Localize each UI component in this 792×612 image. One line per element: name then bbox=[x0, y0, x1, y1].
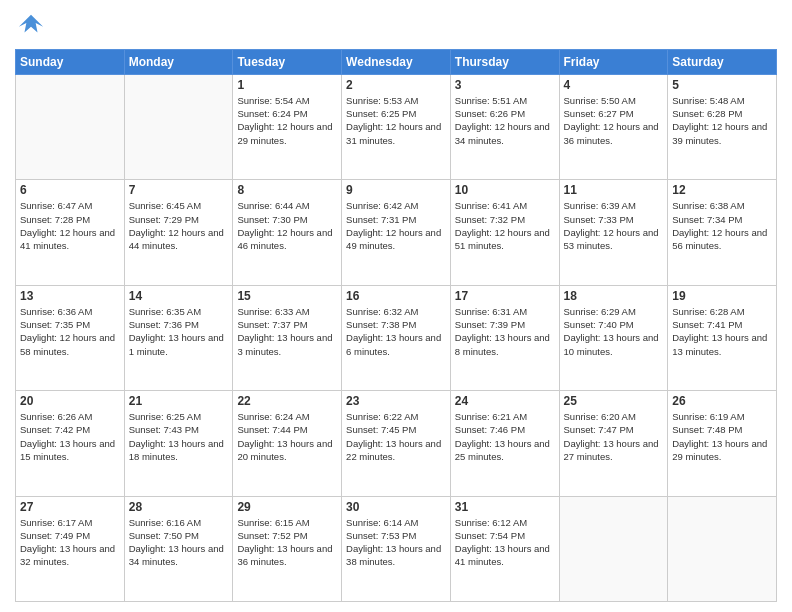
day-detail: Sunrise: 6:25 AM Sunset: 7:43 PM Dayligh… bbox=[129, 410, 229, 463]
calendar-cell: 5Sunrise: 5:48 AM Sunset: 6:28 PM Daylig… bbox=[668, 74, 777, 179]
svg-marker-0 bbox=[19, 15, 43, 33]
calendar-week-5: 27Sunrise: 6:17 AM Sunset: 7:49 PM Dayli… bbox=[16, 496, 777, 601]
calendar-cell: 12Sunrise: 6:38 AM Sunset: 7:34 PM Dayli… bbox=[668, 180, 777, 285]
day-number: 24 bbox=[455, 394, 555, 408]
day-detail: Sunrise: 6:14 AM Sunset: 7:53 PM Dayligh… bbox=[346, 516, 446, 569]
day-detail: Sunrise: 6:28 AM Sunset: 7:41 PM Dayligh… bbox=[672, 305, 772, 358]
day-detail: Sunrise: 6:41 AM Sunset: 7:32 PM Dayligh… bbox=[455, 199, 555, 252]
calendar-cell: 11Sunrise: 6:39 AM Sunset: 7:33 PM Dayli… bbox=[559, 180, 668, 285]
calendar-cell: 14Sunrise: 6:35 AM Sunset: 7:36 PM Dayli… bbox=[124, 285, 233, 390]
calendar-cell: 7Sunrise: 6:45 AM Sunset: 7:29 PM Daylig… bbox=[124, 180, 233, 285]
calendar-cell: 1Sunrise: 5:54 AM Sunset: 6:24 PM Daylig… bbox=[233, 74, 342, 179]
day-number: 11 bbox=[564, 183, 664, 197]
calendar-header-row: SundayMondayTuesdayWednesdayThursdayFrid… bbox=[16, 49, 777, 74]
day-number: 18 bbox=[564, 289, 664, 303]
day-detail: Sunrise: 6:29 AM Sunset: 7:40 PM Dayligh… bbox=[564, 305, 664, 358]
day-number: 13 bbox=[20, 289, 120, 303]
logo-text bbox=[15, 10, 45, 43]
day-number: 17 bbox=[455, 289, 555, 303]
calendar-cell: 3Sunrise: 5:51 AM Sunset: 6:26 PM Daylig… bbox=[450, 74, 559, 179]
day-detail: Sunrise: 6:47 AM Sunset: 7:28 PM Dayligh… bbox=[20, 199, 120, 252]
calendar-header-saturday: Saturday bbox=[668, 49, 777, 74]
calendar-cell: 21Sunrise: 6:25 AM Sunset: 7:43 PM Dayli… bbox=[124, 391, 233, 496]
calendar-cell: 22Sunrise: 6:24 AM Sunset: 7:44 PM Dayli… bbox=[233, 391, 342, 496]
calendar-cell bbox=[16, 74, 125, 179]
day-number: 20 bbox=[20, 394, 120, 408]
day-detail: Sunrise: 5:48 AM Sunset: 6:28 PM Dayligh… bbox=[672, 94, 772, 147]
calendar-cell: 28Sunrise: 6:16 AM Sunset: 7:50 PM Dayli… bbox=[124, 496, 233, 601]
calendar-cell: 25Sunrise: 6:20 AM Sunset: 7:47 PM Dayli… bbox=[559, 391, 668, 496]
day-detail: Sunrise: 6:38 AM Sunset: 7:34 PM Dayligh… bbox=[672, 199, 772, 252]
day-number: 25 bbox=[564, 394, 664, 408]
day-number: 5 bbox=[672, 78, 772, 92]
calendar-header-sunday: Sunday bbox=[16, 49, 125, 74]
day-detail: Sunrise: 6:22 AM Sunset: 7:45 PM Dayligh… bbox=[346, 410, 446, 463]
day-number: 16 bbox=[346, 289, 446, 303]
day-number: 10 bbox=[455, 183, 555, 197]
day-detail: Sunrise: 6:21 AM Sunset: 7:46 PM Dayligh… bbox=[455, 410, 555, 463]
day-number: 30 bbox=[346, 500, 446, 514]
day-detail: Sunrise: 6:45 AM Sunset: 7:29 PM Dayligh… bbox=[129, 199, 229, 252]
day-detail: Sunrise: 6:31 AM Sunset: 7:39 PM Dayligh… bbox=[455, 305, 555, 358]
calendar-cell: 18Sunrise: 6:29 AM Sunset: 7:40 PM Dayli… bbox=[559, 285, 668, 390]
calendar-week-3: 13Sunrise: 6:36 AM Sunset: 7:35 PM Dayli… bbox=[16, 285, 777, 390]
header bbox=[15, 10, 777, 43]
calendar-cell: 31Sunrise: 6:12 AM Sunset: 7:54 PM Dayli… bbox=[450, 496, 559, 601]
day-number: 29 bbox=[237, 500, 337, 514]
page: SundayMondayTuesdayWednesdayThursdayFrid… bbox=[0, 0, 792, 612]
calendar-cell: 23Sunrise: 6:22 AM Sunset: 7:45 PM Dayli… bbox=[342, 391, 451, 496]
day-number: 7 bbox=[129, 183, 229, 197]
calendar-cell: 27Sunrise: 6:17 AM Sunset: 7:49 PM Dayli… bbox=[16, 496, 125, 601]
day-number: 14 bbox=[129, 289, 229, 303]
day-detail: Sunrise: 6:32 AM Sunset: 7:38 PM Dayligh… bbox=[346, 305, 446, 358]
day-detail: Sunrise: 6:36 AM Sunset: 7:35 PM Dayligh… bbox=[20, 305, 120, 358]
calendar-cell: 10Sunrise: 6:41 AM Sunset: 7:32 PM Dayli… bbox=[450, 180, 559, 285]
calendar-cell: 29Sunrise: 6:15 AM Sunset: 7:52 PM Dayli… bbox=[233, 496, 342, 601]
calendar-header-monday: Monday bbox=[124, 49, 233, 74]
day-number: 31 bbox=[455, 500, 555, 514]
day-detail: Sunrise: 6:16 AM Sunset: 7:50 PM Dayligh… bbox=[129, 516, 229, 569]
day-detail: Sunrise: 6:12 AM Sunset: 7:54 PM Dayligh… bbox=[455, 516, 555, 569]
day-detail: Sunrise: 6:19 AM Sunset: 7:48 PM Dayligh… bbox=[672, 410, 772, 463]
day-number: 3 bbox=[455, 78, 555, 92]
calendar-cell: 13Sunrise: 6:36 AM Sunset: 7:35 PM Dayli… bbox=[16, 285, 125, 390]
day-number: 2 bbox=[346, 78, 446, 92]
calendar-cell bbox=[124, 74, 233, 179]
calendar-cell bbox=[668, 496, 777, 601]
day-number: 9 bbox=[346, 183, 446, 197]
calendar-table: SundayMondayTuesdayWednesdayThursdayFrid… bbox=[15, 49, 777, 602]
calendar-week-1: 1Sunrise: 5:54 AM Sunset: 6:24 PM Daylig… bbox=[16, 74, 777, 179]
day-number: 4 bbox=[564, 78, 664, 92]
calendar-cell: 9Sunrise: 6:42 AM Sunset: 7:31 PM Daylig… bbox=[342, 180, 451, 285]
day-number: 1 bbox=[237, 78, 337, 92]
day-number: 6 bbox=[20, 183, 120, 197]
calendar-cell: 6Sunrise: 6:47 AM Sunset: 7:28 PM Daylig… bbox=[16, 180, 125, 285]
day-detail: Sunrise: 5:51 AM Sunset: 6:26 PM Dayligh… bbox=[455, 94, 555, 147]
day-detail: Sunrise: 5:54 AM Sunset: 6:24 PM Dayligh… bbox=[237, 94, 337, 147]
day-detail: Sunrise: 6:39 AM Sunset: 7:33 PM Dayligh… bbox=[564, 199, 664, 252]
day-number: 15 bbox=[237, 289, 337, 303]
calendar-cell: 24Sunrise: 6:21 AM Sunset: 7:46 PM Dayli… bbox=[450, 391, 559, 496]
day-detail: Sunrise: 6:15 AM Sunset: 7:52 PM Dayligh… bbox=[237, 516, 337, 569]
day-detail: Sunrise: 6:17 AM Sunset: 7:49 PM Dayligh… bbox=[20, 516, 120, 569]
day-number: 26 bbox=[672, 394, 772, 408]
calendar-cell: 15Sunrise: 6:33 AM Sunset: 7:37 PM Dayli… bbox=[233, 285, 342, 390]
day-detail: Sunrise: 6:35 AM Sunset: 7:36 PM Dayligh… bbox=[129, 305, 229, 358]
day-detail: Sunrise: 5:50 AM Sunset: 6:27 PM Dayligh… bbox=[564, 94, 664, 147]
calendar-week-2: 6Sunrise: 6:47 AM Sunset: 7:28 PM Daylig… bbox=[16, 180, 777, 285]
day-number: 23 bbox=[346, 394, 446, 408]
calendar-header-tuesday: Tuesday bbox=[233, 49, 342, 74]
calendar-cell: 30Sunrise: 6:14 AM Sunset: 7:53 PM Dayli… bbox=[342, 496, 451, 601]
day-number: 21 bbox=[129, 394, 229, 408]
calendar-cell bbox=[559, 496, 668, 601]
calendar-cell: 2Sunrise: 5:53 AM Sunset: 6:25 PM Daylig… bbox=[342, 74, 451, 179]
calendar-cell: 19Sunrise: 6:28 AM Sunset: 7:41 PM Dayli… bbox=[668, 285, 777, 390]
day-detail: Sunrise: 6:44 AM Sunset: 7:30 PM Dayligh… bbox=[237, 199, 337, 252]
logo bbox=[15, 10, 45, 43]
day-number: 27 bbox=[20, 500, 120, 514]
calendar-cell: 16Sunrise: 6:32 AM Sunset: 7:38 PM Dayli… bbox=[342, 285, 451, 390]
day-detail: Sunrise: 6:20 AM Sunset: 7:47 PM Dayligh… bbox=[564, 410, 664, 463]
calendar-header-wednesday: Wednesday bbox=[342, 49, 451, 74]
day-number: 22 bbox=[237, 394, 337, 408]
day-detail: Sunrise: 5:53 AM Sunset: 6:25 PM Dayligh… bbox=[346, 94, 446, 147]
